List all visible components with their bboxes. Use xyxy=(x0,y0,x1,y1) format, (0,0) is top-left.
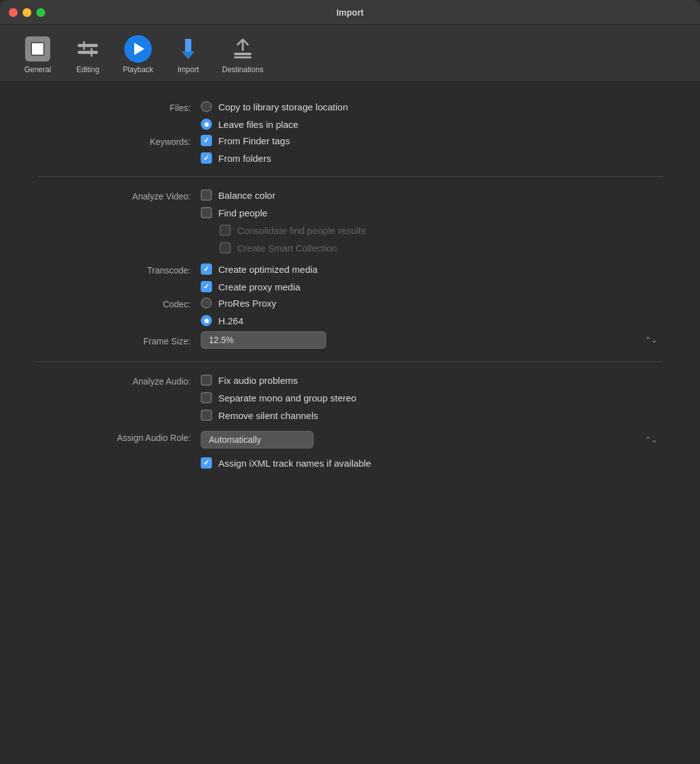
codec-options: ProRes Proxy H.264 xyxy=(201,297,662,326)
audio-role-select[interactable]: Automatically Dialogue Music Effects xyxy=(201,431,314,448)
create-smart-collection-label: Create Smart Collection xyxy=(237,243,337,253)
svg-rect-1 xyxy=(78,51,98,54)
frame-size-section: Frame Size: 12.5% 25% 50% 100% ⌃⌄ xyxy=(38,331,662,349)
analyze-audio-options: Fix audio problems Separate mono and gro… xyxy=(201,374,662,421)
find-people-checkbox[interactable] xyxy=(201,207,212,218)
close-button[interactable] xyxy=(9,8,18,17)
files-label: Files: xyxy=(38,101,201,113)
svg-rect-8 xyxy=(234,56,252,58)
prores-proxy-radio[interactable] xyxy=(201,297,212,309)
balance-color-option: Balance color xyxy=(201,189,662,201)
frame-size-select[interactable]: 12.5% 25% 50% 100% xyxy=(201,331,326,349)
separate-mono-checkbox[interactable] xyxy=(201,392,212,403)
titlebar: Import xyxy=(0,0,700,25)
create-proxy-media-option: ✓ Create proxy media xyxy=(201,281,662,292)
maximize-button[interactable] xyxy=(36,8,45,17)
consolidate-find-people-label: Consolidate find people results xyxy=(237,225,366,236)
balance-color-checkbox[interactable] xyxy=(201,189,212,201)
toolbar-label-editing: Editing xyxy=(77,65,100,74)
transcode-section: Transcode: ✓ Create optimized media ✓ Cr… xyxy=(38,263,662,292)
create-smart-collection-checkbox[interactable] xyxy=(220,242,231,253)
copy-to-library-radio[interactable] xyxy=(201,101,212,112)
consolidate-find-people-option: Consolidate find people results xyxy=(201,225,662,236)
create-optimized-media-option: ✓ Create optimized media xyxy=(201,263,662,275)
from-finder-tags-checkbox[interactable]: ✓ xyxy=(201,135,212,146)
minimize-button[interactable] xyxy=(23,8,31,17)
analyze-video-options: Balance color Find people Consolidate fi… xyxy=(201,189,662,253)
from-folders-option: ✓ From folders xyxy=(201,152,662,164)
create-proxy-media-checkbox[interactable]: ✓ xyxy=(201,281,212,292)
from-finder-tags-option: ✓ From Finder tags xyxy=(201,135,662,146)
audio-role-dropdown-arrow: ⌃⌄ xyxy=(645,435,657,444)
create-proxy-media-label: Create proxy media xyxy=(218,282,300,292)
from-folders-checkbox[interactable]: ✓ xyxy=(201,152,212,164)
remove-silent-channels-checkbox[interactable] xyxy=(201,410,212,421)
files-section: Files: Copy to library storage location … xyxy=(38,101,662,130)
create-optimized-media-label: Create optimized media xyxy=(218,264,317,275)
separate-mono-label: Separate mono and group stereo xyxy=(218,393,356,403)
toolbar-item-import[interactable]: Import xyxy=(163,31,213,78)
codec-section: Codec: ProRes Proxy H.264 xyxy=(38,297,662,326)
create-smart-collection-option: Create Smart Collection xyxy=(201,242,662,253)
toolbar-item-playback[interactable]: Playback xyxy=(113,31,163,78)
remove-silent-channels-label: Remove silent channels xyxy=(218,410,318,421)
create-optimized-media-checkbox[interactable]: ✓ xyxy=(201,263,212,275)
consolidate-find-people-checkbox[interactable] xyxy=(220,225,231,236)
codec-label: Codec: xyxy=(38,297,201,309)
keywords-section: Keywords: ✓ From Finder tags ✓ From fold… xyxy=(38,135,662,164)
fix-audio-problems-checkbox[interactable] xyxy=(201,374,212,386)
destinations-icon xyxy=(229,35,257,63)
traffic-lights xyxy=(9,8,45,17)
find-people-option: Find people xyxy=(201,207,662,218)
assign-ixml-checkbox[interactable]: ✓ xyxy=(201,457,212,469)
prores-proxy-label: ProRes Proxy xyxy=(218,298,277,309)
assign-ixml-option: ✓ Assign iXML track names if available xyxy=(201,457,662,469)
h264-label: H.264 xyxy=(218,316,243,326)
frame-size-select-wrapper: 12.5% 25% 50% 100% ⌃⌄ xyxy=(201,331,662,349)
toolbar: General Editing Playback xyxy=(0,25,700,82)
h264-option: H.264 xyxy=(201,315,662,326)
assign-ixml-label: Assign iXML track names if available xyxy=(218,458,371,469)
copy-to-library-option: Copy to library storage location xyxy=(201,101,662,112)
frame-size-dropdown-arrow: ⌃⌄ xyxy=(645,336,657,344)
assign-audio-role-section: Assign Audio Role: Automatically Dialogu… xyxy=(38,431,662,469)
toolbar-label-general: General xyxy=(24,65,51,74)
remove-silent-channels-option: Remove silent channels xyxy=(201,410,662,421)
window-title: Import xyxy=(336,8,364,18)
fix-audio-problems-label: Fix audio problems xyxy=(218,375,298,386)
analyze-video-section: Analyze Video: Balance color Find people… xyxy=(38,189,662,253)
toolbar-item-editing[interactable]: Editing xyxy=(63,31,113,78)
leave-in-place-radio[interactable] xyxy=(201,119,212,130)
analyze-audio-label: Analyze Audio: xyxy=(38,374,201,386)
transcode-options: ✓ Create optimized media ✓ Create proxy … xyxy=(201,263,662,292)
frame-size-content: 12.5% 25% 50% 100% ⌃⌄ xyxy=(201,331,662,349)
fix-audio-problems-option: Fix audio problems xyxy=(201,374,662,386)
toolbar-item-general[interactable]: General xyxy=(13,31,63,78)
divider-1 xyxy=(38,176,662,177)
h264-radio[interactable] xyxy=(201,315,212,326)
svg-marker-6 xyxy=(182,51,194,59)
toolbar-item-destinations[interactable]: Destinations xyxy=(213,31,272,78)
svg-rect-7 xyxy=(234,53,252,55)
frame-size-label: Frame Size: xyxy=(38,334,201,346)
svg-rect-5 xyxy=(185,39,191,51)
transcode-label: Transcode: xyxy=(38,263,201,275)
leave-in-place-option: Leave files in place xyxy=(201,119,662,130)
keywords-label: Keywords: xyxy=(38,135,201,147)
copy-to-library-label: Copy to library storage location xyxy=(218,102,348,112)
general-icon xyxy=(24,35,51,63)
balance-color-label: Balance color xyxy=(218,190,275,201)
keywords-options: ✓ From Finder tags ✓ From folders xyxy=(201,135,662,164)
from-folders-label: From folders xyxy=(218,153,271,164)
separate-mono-option: Separate mono and group stereo xyxy=(201,392,662,403)
toolbar-label-import: Import xyxy=(178,65,199,74)
files-options: Copy to library storage location Leave f… xyxy=(201,101,662,130)
audio-role-select-wrapper: Automatically Dialogue Music Effects ⌃⌄ xyxy=(201,431,662,448)
analyze-video-label: Analyze Video: xyxy=(38,189,201,201)
content-area: Files: Copy to library storage location … xyxy=(0,82,700,492)
analyze-audio-section: Analyze Audio: Fix audio problems Separa… xyxy=(38,374,662,421)
assign-audio-role-content: Automatically Dialogue Music Effects ⌃⌄ … xyxy=(201,431,662,469)
toolbar-label-destinations: Destinations xyxy=(222,65,263,74)
svg-rect-0 xyxy=(78,44,98,47)
window: Import General Editing xyxy=(0,0,700,764)
